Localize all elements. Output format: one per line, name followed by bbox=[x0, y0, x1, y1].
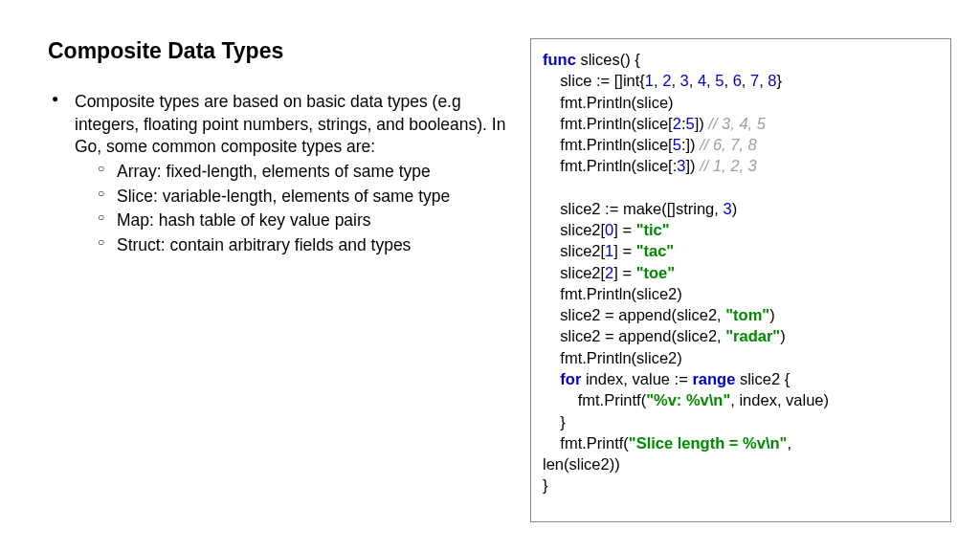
list-item: Slice: variable-length, elements of same… bbox=[75, 186, 511, 209]
content-panel: Composite Data Types Composite types are… bbox=[48, 38, 530, 522]
slide-title: Composite Data Types bbox=[48, 38, 511, 64]
keyword-for: for bbox=[560, 370, 581, 387]
list-item: Struct: contain arbitrary fields and typ… bbox=[75, 234, 511, 257]
keyword-func: func bbox=[543, 51, 576, 68]
list-item: Composite types are based on basic data … bbox=[48, 91, 511, 256]
list-item: Map: hash table of key value pairs bbox=[75, 209, 511, 232]
list-item: Array: fixed-length, elements of same ty… bbox=[75, 161, 511, 184]
sub-list: Array: fixed-length, elements of same ty… bbox=[75, 161, 511, 257]
keyword-range: range bbox=[692, 370, 735, 387]
code-panel: func slices() { slice := []int{1, 2, 3, … bbox=[530, 38, 951, 522]
bullet-list: Composite types are based on basic data … bbox=[48, 91, 511, 256]
intro-text: Composite types are based on basic data … bbox=[75, 92, 505, 156]
